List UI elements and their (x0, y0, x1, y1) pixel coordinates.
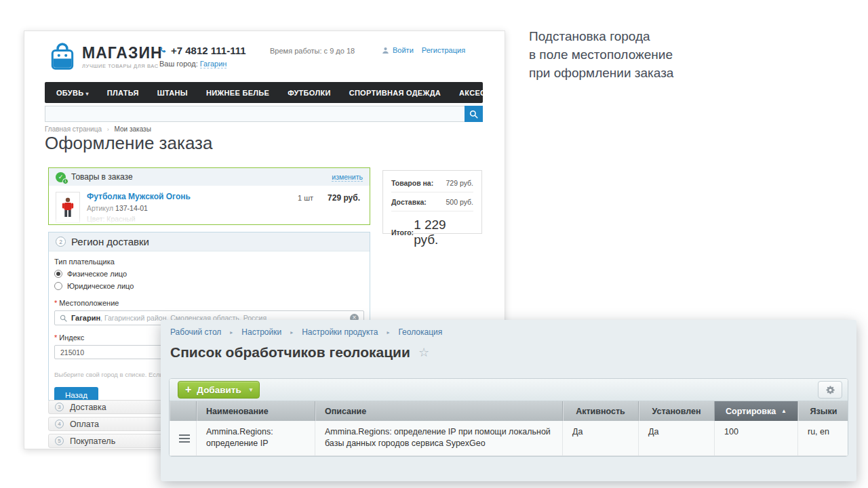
summary-items-label: Товаров на: (391, 179, 433, 187)
annotation-note: Подстановка города в поле местоположение… (529, 27, 673, 82)
index-label: Индекс (59, 333, 84, 342)
sku-value: 137-14-01 (115, 204, 148, 212)
summary-items-value: 729 руб. (446, 179, 473, 187)
annotation-line: при оформлении заказа (529, 64, 673, 82)
register-link[interactable]: Регистрация (422, 46, 465, 54)
admin-window: Рабочий стол ▸ Настройки ▸ Настройки про… (161, 320, 856, 481)
phone-icon (159, 46, 167, 55)
payer-legal-option[interactable]: Юридическое лицо (54, 282, 364, 290)
annotation-line: Подстановка города (529, 27, 673, 45)
summary-delivery-label: Доставка: (391, 198, 427, 206)
cell-name: Ammina.Regions: определение IP (197, 421, 315, 455)
radio-unselected-icon (54, 282, 62, 290)
table-row[interactable]: Ammina.Regions: определение IP Ammina.Re… (170, 421, 848, 456)
cell-active: Да (563, 421, 639, 455)
order-summary-box: Товаров на: 729 руб. Доставка: 500 руб. … (382, 170, 482, 234)
row-drag-handle[interactable] (170, 421, 197, 455)
handlers-grid: + Добавить ▾ Наименование Описание (169, 378, 848, 457)
fade-overlay (49, 218, 370, 224)
step-number-icon: 2 (56, 237, 66, 247)
breadcrumb: Главная страница › Мои заказы (45, 125, 151, 133)
edit-order-link[interactable]: изменить (332, 173, 363, 182)
phone-number: +7 4812 111-111 (171, 45, 246, 56)
product-row: Футболка Мужской Огонь Артикул 137-14-01… (49, 186, 370, 223)
nav-item-obuv[interactable]: ОБУВЬ▾ (56, 89, 89, 97)
order-items-box: ✓ 1 Товары в заказе изменить (48, 167, 370, 225)
step-number-icon: 4 (55, 420, 64, 428)
column-header-sort[interactable]: Сортировка ▲ (715, 401, 798, 421)
column-header-name[interactable]: Наименование (197, 401, 315, 421)
location-city-value: Гагарин (71, 314, 100, 322)
nav-item-aksessuary[interactable]: АКСЕССУАРЫ▾ (459, 89, 505, 97)
breadcrumb-arrow-icon: ▸ (230, 329, 233, 336)
menu-icon (179, 434, 190, 443)
step-number-badge: 1 (62, 178, 68, 184)
drag-column-header (170, 401, 197, 421)
admin-page-title: Список обработчиков геолокации (170, 344, 410, 361)
chevron-down-icon: ▾ (85, 91, 88, 97)
order-box-title: Товары в заказе (71, 172, 133, 182)
column-header-languages[interactable]: Языки (798, 401, 848, 421)
annotation-line: в поле местоположение (529, 45, 673, 64)
page: Подстановка города в поле местоположение… (0, 0, 868, 488)
required-mark: * (54, 299, 57, 307)
cell-installed: Да (639, 421, 715, 455)
payer-type-label: Тип плательщика (54, 258, 364, 266)
nav-item-nizhnee-belye[interactable]: НИЖНЕЕ БЕЛЬЕ (206, 89, 269, 97)
breadcrumb-separator-icon: › (107, 126, 109, 133)
cell-languages: ru, en (798, 421, 848, 455)
breadcrumb-settings[interactable]: Настройки (241, 327, 281, 337)
column-header-active[interactable]: Активность (563, 401, 639, 421)
search-button[interactable] (465, 106, 483, 122)
phone-block: +7 4812 111-111 Ваш город: Гагарин (159, 45, 246, 68)
column-header-description[interactable]: Описание (315, 401, 563, 421)
favorite-star-icon[interactable]: ☆ (418, 345, 429, 360)
product-name-link[interactable]: Футболка Мужской Огонь (87, 192, 191, 201)
sku-label: Артикул (87, 204, 113, 212)
location-label: Местоположение (59, 299, 119, 307)
payer-individual-option[interactable]: Физическое лицо (54, 270, 364, 278)
page-title: Оформление заказа (45, 133, 212, 154)
search-input[interactable] (45, 106, 465, 122)
product-price: 729 руб. (328, 193, 360, 203)
sort-ascending-icon: ▲ (781, 408, 787, 414)
radio-selected-icon (54, 270, 62, 278)
search-icon (60, 314, 67, 322)
step-complete-icon: ✓ 1 (56, 172, 66, 182)
breadcrumb-current: Мои заказы (115, 125, 151, 133)
shop-logo[interactable]: МАГАЗИН ЛУЧШИЕ ТОВАРЫ ДЛЯ ВАС (50, 43, 163, 71)
breadcrumb-arrow-icon: ▸ (290, 329, 293, 336)
step-number-icon: 3 (55, 403, 64, 411)
table-header-row: Наименование Описание Активность Установ… (170, 401, 848, 421)
working-hours: Время работы: с 9 до 18 (270, 47, 355, 55)
admin-breadcrumb: Рабочий стол ▸ Настройки ▸ Настройки про… (170, 327, 442, 337)
login-link[interactable]: Войти (393, 46, 414, 54)
breadcrumb-desktop[interactable]: Рабочий стол (170, 327, 221, 337)
breadcrumb-product-settings[interactable]: Настройки продукта (302, 327, 378, 337)
login-block: Войти Регистрация (382, 46, 465, 54)
plus-icon: + (185, 384, 191, 396)
required-mark: * (54, 333, 57, 342)
summary-total-label: Итого: (391, 228, 414, 237)
shop-name: МАГАЗИН (82, 44, 163, 62)
column-header-installed[interactable]: Установлен (639, 401, 715, 421)
search-bar (45, 106, 483, 122)
breadcrumb-arrow-icon: ▸ (387, 329, 389, 336)
main-nav: ОБУВЬ▾ ПЛАТЬЯ ШТАНЫ НИЖНЕЕ БЕЛЬЕ ФУТБОЛК… (45, 82, 483, 103)
nav-item-sportivnaya-odezhda[interactable]: СПОРТИВНАЯ ОДЕЖДА (349, 89, 441, 97)
user-icon (382, 47, 389, 54)
nav-item-platya[interactable]: ПЛАТЬЯ (107, 89, 139, 97)
nav-item-futbolki[interactable]: ФУТБОЛКИ (288, 89, 330, 97)
cell-sort: 100 (715, 421, 798, 455)
cell-description: Ammina.Regions: определение IP при помощ… (315, 421, 563, 455)
add-handler-button[interactable]: + Добавить ▾ (178, 381, 260, 399)
product-quantity: 1 шт (298, 194, 313, 202)
chevron-down-icon: ▾ (250, 386, 253, 393)
grid-settings-button[interactable] (818, 381, 842, 399)
gear-icon (825, 385, 835, 395)
nav-item-shtany[interactable]: ШТАНЫ (157, 89, 188, 97)
step-number-icon: 5 (55, 436, 64, 445)
breadcrumb-geolocation[interactable]: Геолокация (398, 327, 442, 337)
city-link[interactable]: Гагарин (200, 60, 227, 68)
breadcrumb-home[interactable]: Главная страница (45, 125, 102, 133)
